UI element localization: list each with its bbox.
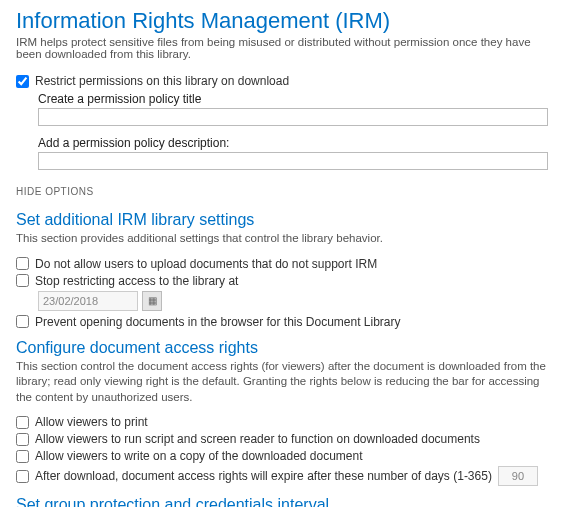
allow-script-label: Allow viewers to run script and screen r… (35, 432, 480, 446)
prevent-browser-label: Prevent opening documents in the browser… (35, 315, 401, 329)
section-group-title: Set group protection and credentials int… (16, 496, 551, 507)
policy-desc-input[interactable] (38, 152, 548, 170)
stop-restrict-checkbox[interactable] (16, 274, 29, 287)
calendar-icon[interactable]: ▦ (142, 291, 162, 311)
policy-title-label: Create a permission policy title (38, 92, 551, 106)
restrict-label: Restrict permissions on this library on … (35, 74, 289, 88)
policy-title-input[interactable] (38, 108, 548, 126)
allow-write-label: Allow viewers to write on a copy of the … (35, 449, 363, 463)
page-subtitle: IRM helps protect sensitive files from b… (16, 36, 551, 60)
policy-desc-label: Add a permission policy description: (38, 136, 551, 150)
section-access-desc: This section control the document access… (16, 359, 551, 406)
allow-print-checkbox[interactable] (16, 416, 29, 429)
page-title: Information Rights Management (IRM) (16, 8, 551, 34)
expire-checkbox[interactable] (16, 470, 29, 483)
section-additional-title: Set additional IRM library settings (16, 211, 551, 229)
prevent-browser-checkbox[interactable] (16, 315, 29, 328)
allow-print-label: Allow viewers to print (35, 415, 148, 429)
allow-script-checkbox[interactable] (16, 433, 29, 446)
section-access-title: Configure document access rights (16, 339, 551, 357)
no-upload-checkbox[interactable] (16, 257, 29, 270)
stop-restrict-date-input[interactable] (38, 291, 138, 311)
expire-days-input[interactable] (498, 466, 538, 486)
stop-restrict-label: Stop restricting access to the library a… (35, 274, 238, 288)
no-upload-label: Do not allow users to upload documents t… (35, 257, 377, 271)
section-additional-desc: This section provides additional setting… (16, 231, 551, 247)
expire-label: After download, document access rights w… (35, 469, 492, 483)
allow-write-checkbox[interactable] (16, 450, 29, 463)
restrict-checkbox[interactable] (16, 75, 29, 88)
hide-options-toggle[interactable]: HIDE OPTIONS (16, 186, 551, 197)
